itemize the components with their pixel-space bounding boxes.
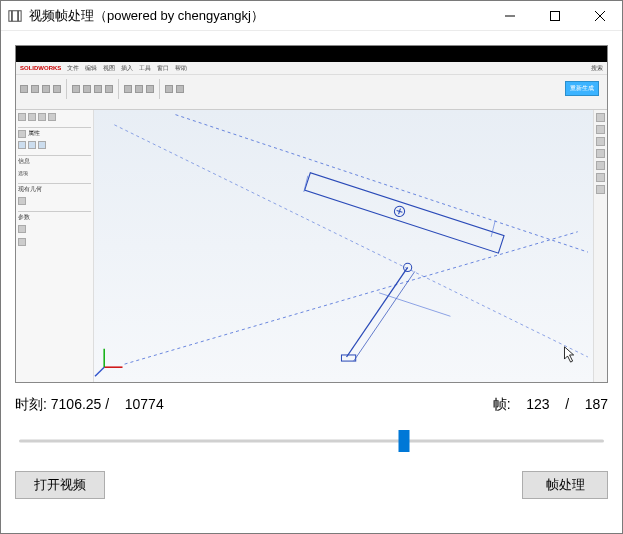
embedded-toolbar: SOLIDWORKS 文件 编辑 视图 插入 工具 窗口 帮助 搜索: [16, 62, 607, 110]
tool-icon: [146, 85, 154, 93]
status-row: 时刻: 7106.25 / 10774 帧: 123 / 187: [15, 391, 608, 419]
tool-icon: [124, 85, 132, 93]
tool-icon: [105, 85, 113, 93]
maximize-button[interactable]: [532, 1, 577, 30]
svg-rect-1: [11, 10, 13, 21]
embedded-feature-tree: 属性 信息 选项 现有几何 参数: [16, 110, 94, 382]
rebuild-button: 重新生成: [565, 81, 599, 96]
tool-icon: [94, 85, 102, 93]
video-top-blackbar: [16, 46, 607, 62]
tree-row: 信息: [18, 155, 91, 165]
svg-line-4: [175, 115, 587, 252]
button-row: 打开视频 帧处理: [15, 471, 608, 499]
side-tool-icon: [596, 113, 605, 122]
tool-icon: [135, 85, 143, 93]
spacer: [115, 471, 512, 499]
tool-icon: [72, 85, 80, 93]
tree-row: [18, 237, 91, 247]
embedded-menubar: SOLIDWORKS 文件 编辑 视图 插入 工具 窗口 帮助 搜索: [16, 62, 607, 74]
tool-icon: [53, 85, 61, 93]
svg-rect-2: [17, 10, 19, 21]
app-icon: [7, 8, 23, 24]
svg-line-17: [379, 293, 450, 316]
tab-icon: [18, 113, 26, 121]
side-tool-icon: [596, 185, 605, 194]
menu-item: 工具: [139, 64, 151, 73]
svg-rect-3: [550, 11, 559, 20]
tool-icon: [83, 85, 91, 93]
side-tool-icon: [596, 149, 605, 158]
tree-row: 选项: [18, 168, 91, 178]
svg-rect-0: [9, 10, 21, 21]
frame-total: 187: [585, 396, 608, 414]
svg-line-16: [491, 221, 495, 237]
side-tool-icon: [596, 173, 605, 182]
tab-icon: [38, 113, 46, 121]
side-tool-icon: [596, 161, 605, 170]
tool-icon: [176, 85, 184, 93]
window-controls: [487, 1, 622, 30]
content-area: SOLIDWORKS 文件 编辑 视图 插入 工具 窗口 帮助 搜索: [1, 31, 622, 533]
side-tool-icon: [596, 125, 605, 134]
minimize-button[interactable]: [487, 1, 532, 30]
separator: [159, 79, 160, 99]
separator: [66, 79, 67, 99]
side-tool-icon: [596, 137, 605, 146]
svg-line-13: [354, 271, 415, 361]
close-button[interactable]: [577, 1, 622, 30]
tool-icon: [42, 85, 50, 93]
menu-item: 插入: [121, 64, 133, 73]
frame-slider[interactable]: [15, 431, 608, 451]
separator: [118, 79, 119, 99]
time-total: 10774: [125, 396, 164, 414]
tool-icon: [31, 85, 39, 93]
titlebar: 视频帧处理（powered by chengyangkj）: [1, 1, 622, 31]
embedded-right-toolbar: [593, 110, 607, 382]
sketch-drawing: [94, 110, 593, 382]
tool-icon: [165, 85, 173, 93]
svg-line-6: [114, 125, 588, 357]
menu-item: 文件: [67, 64, 79, 73]
time-label: 时刻:: [15, 396, 51, 414]
tree-row: 属性: [18, 127, 91, 137]
search-box: 搜索: [591, 64, 603, 73]
tree-tabs: [18, 112, 91, 122]
frame-label: 帧:: [493, 396, 526, 414]
svg-line-20: [95, 367, 104, 376]
tab-icon: [28, 113, 36, 121]
tree-row: 现有几何: [18, 183, 91, 193]
svg-rect-14: [341, 355, 355, 361]
tree-row: [18, 140, 91, 150]
embedded-canvas: [94, 110, 593, 382]
svg-point-11: [404, 263, 412, 271]
svg-line-12: [347, 267, 408, 357]
slider-thumb[interactable]: [398, 430, 409, 452]
brand-logo: SOLIDWORKS: [20, 65, 61, 71]
embedded-body: 属性 信息 选项 现有几何 参数: [16, 110, 607, 382]
tree-row: [18, 196, 91, 206]
slider-track: [19, 440, 604, 443]
process-frame-button[interactable]: 帧处理: [522, 471, 608, 499]
frame-sep: /: [550, 396, 585, 414]
menu-item: 窗口: [157, 64, 169, 73]
video-frame: SOLIDWORKS 文件 编辑 视图 插入 工具 窗口 帮助 搜索: [15, 45, 608, 383]
tab-icon: [48, 113, 56, 121]
menu-item: 编辑: [85, 64, 97, 73]
window-title: 视频帧处理（powered by chengyangkj）: [29, 7, 487, 25]
tree-row: 参数: [18, 211, 91, 221]
embedded-ribbon: 重新生成: [16, 74, 607, 102]
tree-row: [18, 224, 91, 234]
menu-item: 帮助: [175, 64, 187, 73]
menu-item: 视图: [103, 64, 115, 73]
time-value: 7106.25: [51, 396, 102, 414]
frame-value: 123: [526, 396, 549, 414]
tool-icon: [20, 85, 28, 93]
svg-line-5: [125, 232, 578, 364]
open-video-button[interactable]: 打开视频: [15, 471, 105, 499]
time-sep: /: [101, 396, 124, 414]
main-window: 视频帧处理（powered by chengyangkj） SOLIDWORKS…: [0, 0, 623, 534]
